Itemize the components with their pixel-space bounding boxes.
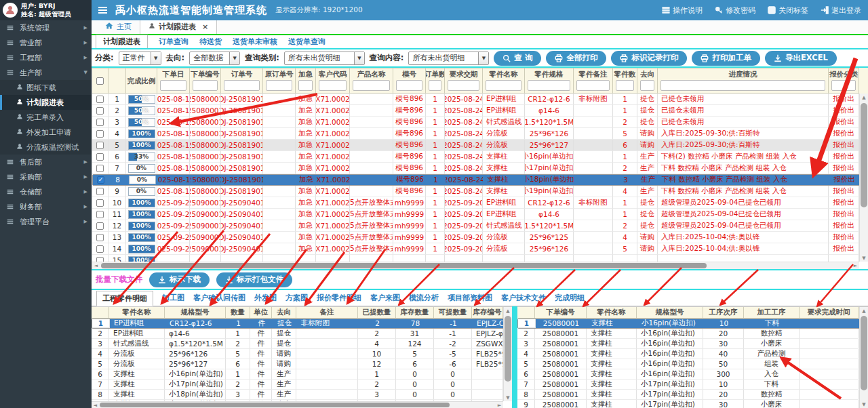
filter-select-3[interactable]: 所有未出货明细▼ [408,52,489,65]
process-row-6[interactable]: 625080001支撑柱小16pin(单边扣)300入仓 [517,369,868,380]
column-filter-input[interactable] [640,80,654,91]
print-work-order-button[interactable]: 打印加工单 [692,51,760,66]
sidebar-subitem-4[interactable]: 分流板温控测试 [0,140,92,155]
plan-row-14[interactable]: 14100%2025-09-2925090001DJ-25090401加急X71… [92,243,868,255]
search-button[interactable]: 查 询 [494,51,541,66]
column-filter-input[interactable] [429,80,441,91]
process-row-5[interactable]: 525080001支撑柱小16pin(单边扣)50组装 [517,359,868,369]
process-row-4[interactable]: 425080001支撑柱小16pin(单边扣)40产品检测 [517,349,868,359]
scroll-right-icon[interactable]: ► [496,402,503,408]
detail-tab-4[interactable]: 方案图 [285,293,308,303]
sidebar-item-8[interactable]: 管理平台▶ [0,214,92,229]
sidebar-item-7[interactable]: 财务部▶ [0,199,92,214]
column-filter-input[interactable] [660,80,825,91]
process-vscroll-thumb[interactable] [861,316,867,390]
parts-row-2[interactable]: 2EP进料咀φ14-61件提仓231-1EPJLZ-φ [92,329,512,339]
process-row-3[interactable]: 325080001支撑柱小16pin(单边扣)30小磨床 [517,339,868,349]
process-row-2[interactable]: 225080001支撑柱小16pin(单边扣)20数控精 [517,329,868,339]
detail-tab-1[interactable]: 加工图 [162,293,184,303]
plan-row-2[interactable]: 250%2025-08-1925080001DJ-25081901加急X71.0… [92,105,868,117]
detail-tab-3[interactable]: 外发图 [254,293,277,303]
logout-menu-item[interactable]: 退出登录 [821,5,861,16]
plan-row-8[interactable]: ✓80%2025-08-1925080001DJ-25081901加急X71.0… [92,174,868,186]
mark-download-button[interactable]: 标示下载 [149,272,210,287]
plan-row-1[interactable]: 150%2025-08-1925080001DJ-25081901加急X71.0… [92,94,868,105]
parts-row-3[interactable]: 3针式感温线φ1.5*120*1.5M2件提仓4124-2ZSGWX-φ [92,339,512,349]
mark-package-button[interactable]: 标示打包文件 [216,272,292,287]
column-filter-input[interactable] [616,80,634,91]
parts-row-4[interactable]: 4分流板25*96*1265件请购105-5FLB25*96 [92,349,512,359]
row-checkbox[interactable] [96,222,104,230]
sidebar-item-3[interactable]: 生产部▼ [0,65,92,80]
process-row-9[interactable]: 925080001支撑柱小17pin(单边扣)30小磨床 [517,400,868,408]
column-filter-input[interactable] [448,80,479,91]
row-checkbox[interactable] [96,199,104,207]
plan-row-6[interactable]: 633%2025-08-1925080001DJ-25081901加急X71.0… [92,151,868,163]
print-all-button[interactable]: 全部打印 [546,51,606,66]
parts-hscroll-thumb[interactable] [100,403,450,407]
sidebar-subitem-3[interactable]: 外发加工申请 [0,125,92,140]
subtab-1[interactable]: 订单查询 [159,37,189,47]
scroll-right-icon[interactable]: ► [852,262,859,269]
menu-toggle-icon[interactable] [98,7,107,14]
change-password-menu-item[interactable]: 修改密码 [715,5,755,16]
filter-select-0[interactable]: 正常件▼ [119,52,161,65]
plan-row-13[interactable]: 13100%2025-09-2925090001DJ-25090401加急X71… [92,232,868,243]
row-checkbox[interactable] [96,245,104,253]
parts-vertical-scrollbar[interactable]: ▲ ▼ [503,307,512,401]
detail-tab-7[interactable]: 模流分析 [409,293,439,303]
main-hscroll-thumb[interactable] [101,263,707,268]
sidebar-subitem-1[interactable]: 计划跟进表 [0,95,92,110]
scroll-down-icon[interactable]: ▼ [860,254,868,262]
sidebar-subitem-2[interactable]: 完工单录入 [0,110,92,125]
scroll-down-icon[interactable]: ▼ [504,394,512,401]
plan-row-11[interactable]: 11100%2025-09-2925090001DJ-25090401加急X71… [92,209,868,220]
plan-row-3[interactable]: 350%2025-08-1925080001DJ-25081901加急X71.0… [92,117,868,128]
sidebar-item-6[interactable]: 仓储部▶ [0,184,92,199]
column-filter-input[interactable] [193,80,218,91]
row-checkbox[interactable] [96,234,104,241]
parts-row-8[interactable]: 8支撑柱小18pin(单边扣)3件生产300 [92,390,512,400]
column-filter-input[interactable] [319,80,347,91]
row-checkbox[interactable] [96,211,104,218]
filter-select-2[interactable]: 所有未出货明细▼ [284,52,365,65]
close-tabs-menu-item[interactable]: 关闭标签 [768,5,808,16]
row-checkbox[interactable] [96,153,104,161]
column-filter-input[interactable] [528,80,570,91]
column-filter-input[interactable] [576,80,610,91]
sidebar-item-4[interactable]: 售后部▶ [0,155,92,169]
select-all-checkbox[interactable] [96,77,104,85]
scroll-up-icon[interactable]: ▲ [860,307,868,314]
main-horizontal-scrollbar[interactable]: ◄ ► [92,262,859,269]
plan-row-10[interactable]: 10100%2025-09-2925090001DJ-25090401加急X71… [92,197,868,209]
scroll-down-icon[interactable]: ▼ [860,401,868,408]
sidebar-item-1[interactable]: 营业部▶ [0,35,92,50]
plan-row-9[interactable]: 90%2025-08-1925080001DJ-25081901加急X71.00… [92,186,868,197]
tab-0[interactable]: 主页 [97,20,140,34]
plan-row-5[interactable]: 5100%2025-08-1925080001DJ-25081901加急X71.… [92,140,868,151]
close-icon[interactable]: × [202,24,208,30]
row-checkbox[interactable] [96,119,104,126]
row-checkbox[interactable] [96,257,104,262]
detail-tab-5[interactable]: 报价零件明细 [317,293,361,303]
parts-horizontal-scrollbar[interactable]: ◄ ► [92,401,503,408]
process-row-7[interactable]: 725080001支撑柱小17pin(单边扣)10下料 [517,380,868,390]
process-row-8[interactable]: 825080001支撑柱小17pin(单边扣)20数控精 [517,390,868,400]
column-filter-input[interactable] [486,80,521,91]
row-checkbox[interactable]: ✓ [97,176,104,184]
main-vertical-scrollbar[interactable]: ▲ ▼ [859,94,868,262]
detail-tab-8[interactable]: 项目部资料图 [448,293,492,303]
row-checkbox[interactable] [96,130,104,138]
subtab-0[interactable]: 计划跟进表 [96,35,148,49]
sidebar-item-2[interactable]: 工程部▶ [0,50,92,65]
sidebar-subitem-0[interactable]: 图纸下载 [0,80,92,95]
subtab-3[interactable]: 送货单未审核 [233,37,277,47]
print-tag-record-button[interactable]: 标识记录打印 [611,51,687,66]
column-filter-input[interactable] [353,80,390,91]
column-filter-input[interactable] [396,80,422,91]
detail-tab-9[interactable]: 客户技术文件 [501,293,546,303]
tab-1[interactable]: 计划跟进表× [140,19,217,34]
column-filter-input[interactable] [831,80,856,91]
scroll-left-icon[interactable]: ◄ [92,402,99,408]
column-filter-input[interactable] [224,80,260,91]
